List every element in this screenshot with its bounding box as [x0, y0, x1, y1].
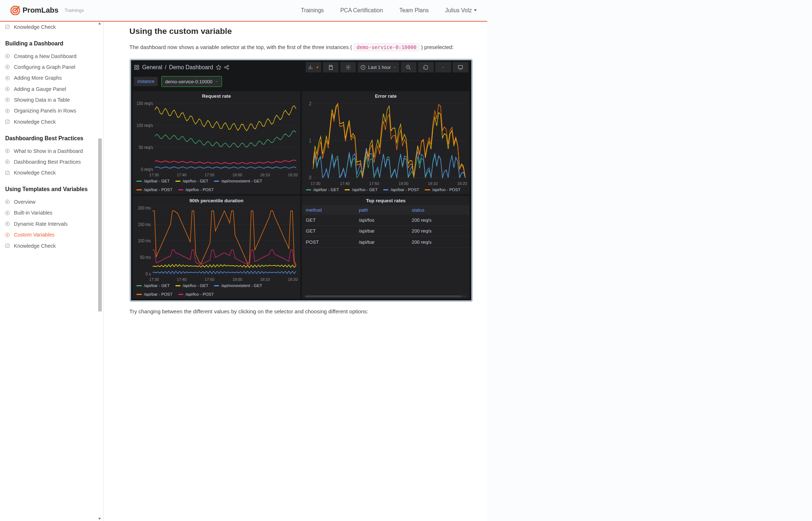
svg-point-26	[348, 67, 349, 68]
panel-error-rate: Error rate 210 17:3017:4017:5018:0018:10…	[302, 91, 470, 194]
svg-text:50 ms: 50 ms	[140, 255, 151, 260]
add-panel-btn[interactable]	[306, 62, 321, 72]
sidebar-item[interactable]: Dashboarding Best Practices	[5, 156, 95, 167]
sidebar-item[interactable]: Organizing Panels in Rows	[5, 105, 95, 116]
chevron-down-icon	[393, 65, 397, 70]
legend-item[interactable]: /api/bar - GET	[306, 187, 339, 192]
table-row[interactable]: POST/api/bar200 req/s	[302, 237, 470, 247]
sidebar-item[interactable]: Overview	[5, 197, 95, 207]
svg-text:100 ms: 100 ms	[138, 238, 151, 243]
svg-point-11	[5, 149, 9, 153]
sidebar-item-label: Dynamic Rate Intervals	[14, 221, 67, 227]
swatch-icon	[306, 189, 311, 190]
sidebar-item[interactable]: Adding More Graphs	[5, 72, 95, 83]
svg-point-7	[5, 87, 9, 91]
legend-item[interactable]: /api/bar - GET	[136, 283, 170, 288]
table-header[interactable]: method	[302, 205, 355, 215]
zoom-out-icon	[406, 65, 411, 70]
legend-item[interactable]: /api/bar - GET	[136, 179, 170, 183]
page-title: Using the custom variable	[130, 26, 461, 36]
brand-link[interactable]: PromLabs Trainings	[10, 6, 84, 15]
sidebar-item[interactable]: Custom Variables	[5, 229, 95, 240]
breadcrumb-root[interactable]: General	[142, 64, 162, 71]
nav-item-trainings[interactable]: Trainings	[301, 7, 324, 14]
save-icon	[328, 65, 334, 70]
svg-point-14	[5, 200, 9, 204]
svg-point-4	[5, 54, 9, 58]
table-row[interactable]: GET/api/foo200 req/s	[302, 215, 470, 226]
sidebar-scroll-thumb[interactable]	[98, 138, 102, 312]
zoom-out-btn[interactable]	[401, 62, 416, 72]
inline-code: demo-service-0:10000	[354, 43, 420, 52]
legend-item[interactable]: /api/nonexistent - GET	[214, 179, 262, 183]
swatch-icon	[136, 189, 141, 190]
sidebar-item[interactable]: What to Show in a Dashboard	[5, 145, 95, 156]
sidebar-item-label: What to Show in a Dashboard	[14, 148, 83, 154]
table-header[interactable]: path	[355, 205, 408, 215]
legend-item[interactable]: /api/foo - POST	[425, 187, 460, 192]
svg-text:2: 2	[309, 101, 311, 107]
grafana-screenshot: General / Demo Dashboard	[130, 59, 473, 302]
swatch-icon	[345, 189, 350, 190]
legend-item[interactable]: /api/foo - GET	[175, 179, 208, 183]
star-icon[interactable]	[216, 65, 222, 70]
table-row[interactable]: GET/api/bar200 req/s	[302, 226, 470, 237]
svg-text:0: 0	[309, 175, 311, 181]
svg-point-16	[5, 222, 9, 226]
sidebar-item[interactable]: Creating a New Dashboard	[5, 50, 95, 61]
sidebar-item[interactable]: Showing Data in a Table	[5, 94, 95, 105]
share-icon[interactable]	[224, 65, 230, 70]
legend-item[interactable]: /api/foo - POST	[178, 187, 214, 192]
sidebar-section-title: Dashboarding Best Practices	[5, 135, 95, 142]
sidebar-item-label: Knowledge Check	[14, 170, 56, 176]
swatch-icon	[214, 181, 219, 182]
sidebar-item[interactable]: Dynamic Rate Intervals	[5, 218, 95, 229]
nav-item-pca[interactable]: PCA Certification	[340, 7, 383, 14]
legend-item[interactable]: /api/foo - GET	[345, 187, 377, 192]
sidebar-item[interactable]: Knowledge Check	[5, 116, 95, 127]
swatch-icon	[383, 189, 388, 190]
svg-rect-19	[135, 65, 136, 67]
chevron-down-icon	[441, 65, 445, 70]
legend-item[interactable]: /api/bar - POST	[383, 187, 419, 192]
table-hscroll[interactable]	[305, 295, 467, 297]
breadcrumb-dashboard[interactable]: Demo Dashboard	[169, 64, 213, 71]
sidebar-scroll-down[interactable]	[98, 518, 101, 520]
sidebar-item-label: Knowledge Check	[14, 243, 56, 249]
legend-item[interactable]: /api/bar - POST	[136, 292, 173, 296]
sidebar-item[interactable]: Built-in Variables	[5, 207, 95, 218]
swatch-icon	[178, 189, 183, 190]
tv-mode-btn[interactable]	[453, 62, 468, 72]
nav-user-name: Julius Volz	[445, 7, 472, 14]
legend-item[interactable]: /api/foo - GET	[175, 283, 208, 288]
settings-btn[interactable]	[340, 62, 356, 72]
sidebar-item-label: Showing Data in a Table	[14, 97, 70, 103]
sidebar-item[interactable]: Knowledge Check	[5, 22, 95, 32]
sidebar: Knowledge CheckBuilding a DashboardCreat…	[0, 22, 104, 521]
brand-name: PromLabs	[22, 6, 58, 14]
sidebar-item-label: Built-in Variables	[14, 210, 52, 216]
legend-item[interactable]: /api/bar - POST	[136, 187, 173, 192]
legend-item[interactable]: /api/nonexistent - GET	[214, 283, 262, 288]
dashboard-list-icon[interactable]	[134, 65, 140, 70]
sidebar-item[interactable]: Configuring a Graph Panel	[5, 62, 95, 72]
cutline: Try changing between the different value…	[130, 308, 461, 314]
sidebar-item[interactable]: Knowledge Check	[5, 167, 95, 178]
variable-selector[interactable]: demo-service-0:10000	[161, 76, 222, 87]
swatch-icon	[136, 285, 141, 286]
nav-item-teamplans[interactable]: Team Plans	[399, 7, 428, 14]
main-content: Using the custom variable The dashboard …	[104, 22, 487, 521]
nav-user-menu[interactable]: Julius Volz	[445, 7, 477, 14]
refresh-btn[interactable]	[418, 62, 434, 72]
time-range-btn[interactable]: Last 1 hour	[358, 62, 399, 72]
svg-text:150 req/s: 150 req/s	[136, 101, 153, 106]
grafana-header: General / Demo Dashboard	[131, 60, 471, 75]
sidebar-scroll-up[interactable]	[98, 22, 101, 25]
save-btn[interactable]	[323, 62, 339, 72]
table-header[interactable]: status	[408, 205, 470, 215]
legend-item[interactable]: /api/foo - POST	[178, 292, 214, 296]
sidebar-item[interactable]: Knowledge Check	[5, 240, 95, 251]
refresh-interval-btn[interactable]	[435, 62, 451, 72]
sidebar-item[interactable]: Adding a Gauge Panel	[5, 83, 95, 94]
svg-text:200 ms: 200 ms	[138, 205, 151, 211]
